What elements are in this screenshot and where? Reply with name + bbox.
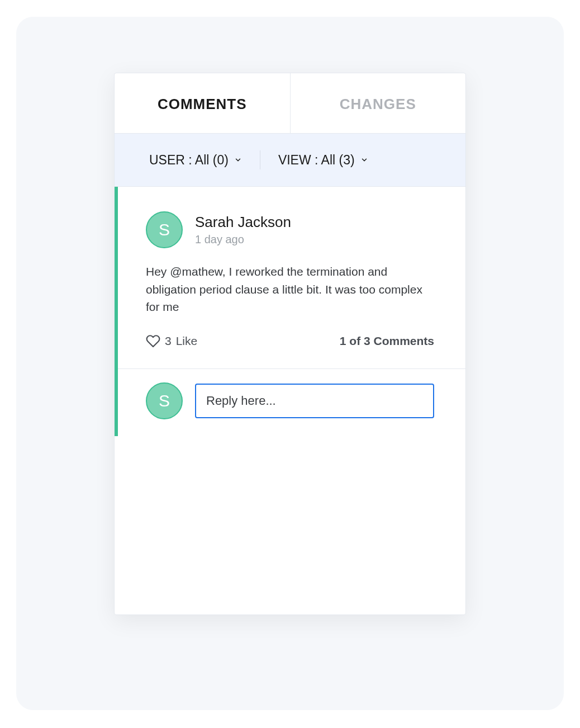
tab-bar: COMMENTS CHANGES bbox=[115, 73, 465, 134]
filter-user[interactable]: USER : All (0) bbox=[149, 153, 242, 168]
tab-changes[interactable]: CHANGES bbox=[291, 73, 466, 133]
filter-view[interactable]: VIEW : All (3) bbox=[278, 153, 368, 168]
comment-footer: 3 Like 1 of 3 Comments bbox=[146, 334, 434, 348]
comment-item: S Sarah Jackson 1 day ago Hey @mathew, I… bbox=[118, 187, 465, 369]
app-backdrop: COMMENTS CHANGES USER : All (0) VIEW : A… bbox=[16, 17, 564, 710]
chevron-down-icon bbox=[360, 156, 368, 164]
tab-comments[interactable]: COMMENTS bbox=[115, 73, 291, 133]
user-meta: Sarah Jackson 1 day ago bbox=[195, 214, 291, 246]
avatar: S bbox=[146, 382, 183, 419]
comments-panel: COMMENTS CHANGES USER : All (0) VIEW : A… bbox=[114, 73, 466, 615]
comment-counter: 1 of 3 Comments bbox=[340, 334, 434, 348]
filter-bar: USER : All (0) VIEW : All (3) bbox=[115, 134, 465, 187]
filter-divider bbox=[260, 150, 260, 169]
comment-username: Sarah Jackson bbox=[195, 214, 291, 231]
filter-view-label: VIEW : All (3) bbox=[278, 153, 355, 168]
like-button[interactable]: 3 Like bbox=[146, 334, 197, 348]
comment-timestamp: 1 day ago bbox=[195, 233, 291, 246]
filter-user-label: USER : All (0) bbox=[149, 153, 229, 168]
comment-body: Hey @mathew, I reworked the termination … bbox=[146, 263, 434, 316]
reply-input[interactable] bbox=[195, 384, 434, 418]
like-count: 3 bbox=[165, 334, 172, 348]
like-label: Like bbox=[176, 334, 198, 348]
chevron-down-icon bbox=[234, 156, 242, 164]
comment-header: S Sarah Jackson 1 day ago bbox=[146, 211, 434, 248]
heart-icon bbox=[146, 334, 160, 348]
reply-row: S bbox=[118, 369, 465, 436]
avatar: S bbox=[146, 211, 183, 248]
comment-thread: S Sarah Jackson 1 day ago Hey @mathew, I… bbox=[115, 187, 465, 436]
